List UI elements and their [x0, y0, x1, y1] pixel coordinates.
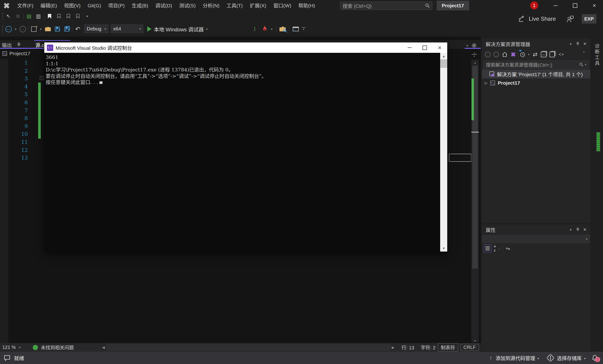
solution-explorer-search[interactable]: 搜索解决方案资源管理器(Ctrl+;) ▾ — [484, 61, 589, 69]
console-minimize-button[interactable] — [402, 42, 417, 53]
tree-row-project[interactable]: ▷ ++ Project17 — [482, 79, 590, 87]
status-indent-mode[interactable]: 制表符 — [438, 343, 458, 352]
health-check-icon[interactable] — [33, 345, 38, 350]
menu-item[interactable]: 项目(P) — [105, 0, 128, 11]
toolbar-overflow-icon[interactable]: ▾ — [83, 12, 91, 20]
minimize-button[interactable] — [548, 0, 563, 11]
window-position-dropdown-icon[interactable]: ▾ — [567, 226, 574, 233]
console-scroll-down-icon[interactable]: ▾ — [440, 245, 447, 252]
push-arrow-icon[interactable]: ↑ — [489, 354, 492, 361]
menu-item[interactable]: Git(G) — [84, 0, 105, 11]
se-collapse-all-icon[interactable]: – — [540, 50, 548, 59]
toolbar-drag-grip[interactable] — [2, 13, 3, 20]
console-output-area[interactable]: 3661 1:1:1 D:\c学习\Project17\x64\Debug\Pr… — [44, 53, 447, 252]
property-pages-wrench-icon[interactable] — [504, 245, 511, 252]
close-icon[interactable]: × — [581, 40, 588, 47]
menu-item[interactable]: 编辑(E) — [37, 0, 60, 11]
breakpoint-margin[interactable] — [0, 59, 8, 343]
navigate-forward-icon[interactable]: → — [19, 25, 27, 33]
chevron-up-icon[interactable]: ▴ — [537, 356, 539, 360]
live-share-icon[interactable] — [518, 15, 525, 22]
window-layout-icon[interactable]: ⌂ — [293, 27, 299, 31]
se-forward-icon[interactable]: → — [492, 50, 500, 59]
se-sync-with-active-document-icon[interactable]: ⇄ — [531, 50, 539, 59]
navigate-back-icon[interactable]: ← — [4, 25, 12, 33]
zoom-dropdown[interactable]: 121 % ▾ — [2, 345, 21, 350]
categorized-view-icon[interactable] — [484, 245, 491, 252]
console-scroll-thumb[interactable] — [440, 59, 447, 68]
tab-list-dropdown-icon[interactable]: ▾ — [465, 43, 470, 48]
toggle-bookmark-icon[interactable] — [46, 12, 54, 20]
live-share-label[interactable]: Live Share — [529, 16, 556, 22]
menu-item[interactable]: 分析(N) — [199, 0, 223, 11]
se-switch-views-icon[interactable] — [509, 50, 517, 59]
scrollbar-down-icon[interactable]: ▾ — [471, 339, 479, 342]
tree-expander-icon[interactable]: ▷ — [485, 81, 487, 85]
console-close-button[interactable]: × — [432, 42, 447, 53]
restore-button[interactable] — [568, 0, 582, 11]
solution-platform-dropdown[interactable]: x64▾ — [111, 24, 143, 33]
se-toolbar-more-icon[interactable]: » — [580, 49, 588, 54]
menu-item[interactable]: 帮助(H) — [295, 0, 319, 11]
start-without-debugging-icon[interactable] — [255, 27, 259, 31]
menu-item[interactable]: 扩展(X) — [246, 0, 270, 11]
properties-header[interactable]: 属性 ▾ × — [482, 224, 590, 235]
tab-source-file[interactable]: 源.c — [35, 41, 44, 48]
window-position-dropdown-icon[interactable]: ▾ — [567, 40, 574, 47]
find-in-files-icon[interactable] — [279, 27, 286, 31]
new-project-dropdown-icon[interactable]: ▾ — [39, 25, 42, 33]
menu-item[interactable]: 调试(D) — [152, 0, 175, 11]
menu-item[interactable]: 窗口(W) — [270, 0, 295, 11]
editor-splitter-handle[interactable]: ▴ ▾ — [472, 51, 477, 58]
close-icon[interactable]: × — [581, 226, 588, 233]
save-all-icon[interactable] — [63, 25, 71, 33]
new-project-icon[interactable] — [30, 25, 38, 33]
menu-item[interactable]: 生成(B) — [128, 0, 152, 11]
properties-object-dropdown[interactable]: ▾ — [482, 235, 590, 243]
editor-options-gear-icon[interactable] — [472, 43, 476, 48]
se-view-code-icon[interactable]: <> — [557, 50, 565, 59]
tab-diagnostic-tools[interactable]: 诊断工具 — [593, 44, 600, 66]
alphabetical-sort-icon[interactable]: AZ ↓ — [493, 245, 500, 252]
solution-configuration-dropdown[interactable]: Debug▾ — [84, 24, 108, 33]
se-pending-changes-filter-icon[interactable] — [518, 50, 526, 59]
add-to-source-control-button[interactable]: 添加到源代码管理 — [496, 354, 535, 361]
chevron-down-icon[interactable]: ▾ — [585, 63, 586, 66]
health-label[interactable]: 未找到相关问题 — [41, 344, 74, 351]
console-scrollbar[interactable]: ▴ ▾ — [440, 53, 447, 252]
repository-icon[interactable] — [547, 354, 554, 361]
notifications-bell[interactable]: 2 — [592, 354, 598, 361]
titlebar-project-label[interactable]: Project17 — [437, 1, 469, 10]
select-repository-button[interactable]: 选择存储库 — [557, 354, 581, 361]
close-button[interactable]: × — [587, 0, 602, 11]
se-filter-dropdown-icon[interactable]: ▾ — [527, 50, 531, 59]
select-pointer-icon[interactable]: ↖ — [4, 12, 12, 20]
clear-bookmarks-icon[interactable] — [74, 12, 82, 20]
status-line[interactable]: 行: 13 — [402, 344, 414, 351]
pin-icon[interactable] — [574, 226, 581, 233]
quick-search-box[interactable]: 搜索 (Ctrl+Q) — [340, 1, 432, 10]
editor-vertical-scrollbar[interactable]: ▴ ▾ — [471, 60, 479, 342]
feedback-bubble-icon[interactable] — [3, 354, 11, 362]
menu-item[interactable]: 文件(F) — [14, 0, 37, 11]
send-feedback-icon[interactable] — [566, 15, 574, 23]
performance-profiler-icon[interactable] — [262, 25, 268, 33]
scrollbar-up-icon[interactable]: ▴ — [471, 60, 479, 65]
toggle-outline-icon[interactable]: ▥ — [35, 12, 42, 20]
se-show-all-files-icon[interactable] — [548, 50, 556, 59]
notification-badge[interactable]: 1 — [530, 1, 538, 10]
undo-icon[interactable]: ↶ — [74, 25, 82, 33]
tree-row-solution[interactable]: 解决方案 'Project17' (1 个项目, 共 1 个) — [482, 70, 590, 79]
editor-navigation-bar[interactable]: ++ Project17 — [2, 50, 30, 57]
next-bookmark-icon[interactable] — [64, 12, 72, 20]
chevron-down-icon[interactable]: ▾ — [271, 27, 273, 31]
menu-item[interactable]: 工具(T) — [223, 0, 246, 11]
start-debugging-button[interactable]: 本地 Windows 调试器 ▾ — [147, 24, 208, 34]
linked-editing-icon[interactable]: ⧉ — [14, 12, 22, 20]
console-title-bar[interactable]: C:\ Microsoft Visual Studio 调试控制台 × — [44, 42, 447, 53]
status-column[interactable]: 字符: 2 — [421, 344, 435, 351]
fold-collapse-marker[interactable]: – — [40, 76, 44, 80]
console-scroll-up-icon[interactable]: ▴ — [440, 53, 447, 59]
pin-icon[interactable] — [17, 43, 21, 47]
toolbar-overflow-icon[interactable]: ▾ — [302, 27, 305, 31]
